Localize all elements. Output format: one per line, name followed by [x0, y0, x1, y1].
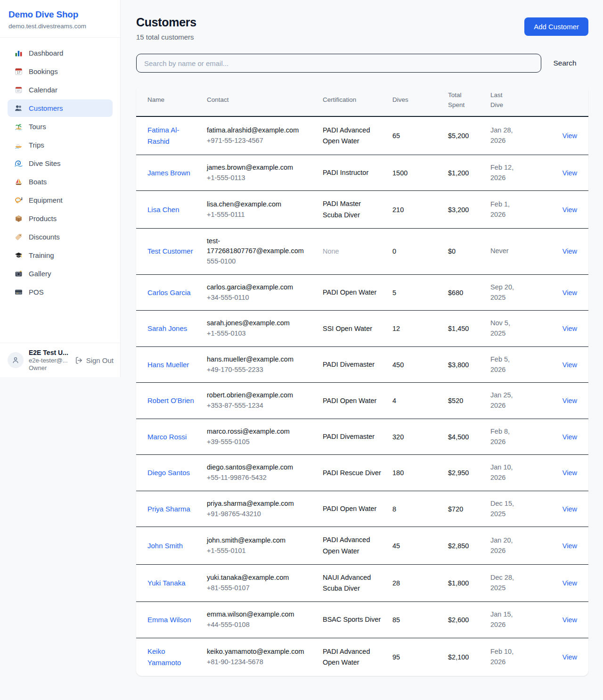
view-link[interactable]: View	[562, 169, 577, 177]
user-email: e2e-tester@...	[29, 357, 70, 364]
sailboat-icon	[14, 178, 23, 186]
table-row: Carlos Garcia carlos.garcia@example.com …	[136, 274, 588, 311]
svg-text:17: 17	[16, 71, 20, 74]
sign-out-button[interactable]: Sign Out	[75, 356, 114, 364]
wave-icon	[14, 159, 23, 167]
table-row: Yuki Tanaka yuki.tanaka@example.com +81-…	[136, 564, 588, 601]
customer-name-link[interactable]: Sarah Jones	[147, 323, 187, 334]
customer-total-spent: $1,200	[442, 155, 485, 191]
user-role: Owner	[29, 364, 70, 371]
customer-name-link[interactable]: Robert O'Brien	[147, 395, 194, 406]
sidebar-item-calendar[interactable]: Calendar	[8, 81, 113, 99]
customer-certification: PADI Open Water	[317, 491, 387, 527]
add-customer-button[interactable]: Add Customer	[524, 17, 588, 36]
customer-name-link[interactable]: John Smith	[147, 540, 183, 552]
customer-certification: BSAC Sports Diver	[317, 602, 387, 638]
sidebar-item-trips[interactable]: Trips	[8, 136, 113, 154]
customer-name-link[interactable]: Diego Santos	[147, 467, 190, 478]
sidebar-item-tours[interactable]: Tours	[8, 118, 113, 135]
customer-dives: 8	[387, 491, 442, 527]
sidebar-item-customers[interactable]: Customers	[8, 99, 113, 117]
view-link[interactable]: View	[562, 361, 577, 369]
column-header-name: Name	[136, 85, 201, 116]
customer-name-link[interactable]: Marco Rossi	[147, 431, 187, 443]
sidebar-item-boats[interactable]: Boats	[8, 173, 113, 190]
sidebar-item-gallery[interactable]: Gallery	[8, 265, 113, 282]
customer-certification: PADI Divemaster	[317, 419, 387, 455]
tag-icon	[14, 233, 23, 241]
customer-name-link[interactable]: Priya Sharma	[147, 503, 190, 515]
view-link[interactable]: View	[562, 433, 577, 441]
customer-name-link[interactable]: Hans Mueller	[147, 359, 189, 371]
customer-email: lisa.chen@example.com	[207, 199, 311, 210]
table-row: John Smith john.smith@example.com +1-555…	[136, 527, 588, 564]
credit-card-icon	[14, 288, 23, 296]
sidebar-item-discounts[interactable]: Discounts	[8, 228, 113, 246]
customer-certification: PADI Advanced Open Water	[317, 638, 387, 676]
view-link[interactable]: View	[562, 653, 577, 661]
sidebar-item-equipment[interactable]: Equipment	[8, 191, 113, 209]
view-link[interactable]: View	[562, 289, 577, 296]
customer-email: yuki.tanaka@example.com	[207, 573, 311, 583]
user-panel: E2E Test U... e2e-tester@... Owner Sign …	[0, 343, 120, 377]
customer-dives: 0	[387, 228, 442, 274]
view-link[interactable]: View	[562, 542, 577, 550]
customer-certification: PADI Divemaster	[317, 346, 387, 383]
island-icon	[14, 123, 23, 131]
camera-icon	[14, 270, 23, 278]
table-row: Emma Wilson emma.wilson@example.com +44-…	[136, 602, 588, 638]
customer-total-spent: $1,450	[442, 311, 485, 347]
customer-phone: +81-555-0107	[207, 583, 311, 593]
customer-dives: 5	[387, 274, 442, 311]
sidebar-item-bookings[interactable]: 17 Bookings	[8, 63, 113, 80]
customer-total-spent: $2,850	[442, 527, 485, 564]
sidebar-item-dashboard[interactable]: Dashboard	[8, 44, 113, 62]
view-link[interactable]: View	[562, 206, 577, 214]
customer-total-spent: $3,200	[442, 191, 485, 228]
customer-phone: +971-55-123-4567	[207, 136, 311, 146]
view-link[interactable]: View	[562, 247, 577, 255]
view-link[interactable]: View	[562, 616, 577, 624]
customer-name-link[interactable]: Lisa Chen	[147, 204, 179, 215]
customer-email: sarah.jones@example.com	[207, 318, 311, 329]
search-button[interactable]: Search	[541, 59, 588, 67]
sidebar-item-products[interactable]: Products	[8, 210, 113, 227]
customer-total-spent: $2,600	[442, 602, 485, 638]
customer-total-spent: $0	[442, 228, 485, 274]
customer-dives: 12	[387, 311, 442, 347]
table-row: Hans Mueller hans.mueller@example.com +4…	[136, 346, 588, 383]
customer-total-spent: $3,800	[442, 346, 485, 383]
customer-name-link[interactable]: Test Customer	[147, 246, 193, 257]
customer-dives: 65	[387, 116, 442, 155]
calendar-icon: 17	[14, 67, 23, 75]
customer-name-link[interactable]: Keiko Yamamoto	[147, 646, 196, 668]
graduation-cap-icon	[14, 251, 23, 259]
view-link[interactable]: View	[562, 579, 577, 587]
view-link[interactable]: View	[562, 469, 577, 477]
sidebar-nav: Dashboard 17 Bookings Calendar Customers…	[0, 38, 120, 307]
sidebar-item-pos[interactable]: POS	[8, 283, 113, 301]
sidebar-item-dive-sites[interactable]: Dive Sites	[8, 155, 113, 172]
tear-off-calendar-icon	[14, 86, 23, 94]
view-link[interactable]: View	[562, 397, 577, 404]
view-link[interactable]: View	[562, 505, 577, 513]
customer-name-link[interactable]: James Brown	[147, 167, 190, 179]
customer-certification: NAUI Advanced Scuba Diver	[317, 564, 387, 601]
customer-name-link[interactable]: Fatima Al-Rashid	[147, 124, 196, 147]
customer-certification: PADI Advanced Open Water	[317, 527, 387, 564]
search-bar: Search	[136, 54, 588, 73]
people-icon	[14, 104, 23, 112]
customer-name-link[interactable]: Yuki Tanaka	[147, 577, 186, 589]
view-link[interactable]: View	[562, 325, 577, 332]
customer-name-link[interactable]: Carlos Garcia	[147, 287, 191, 298]
table-row: Diego Santos diego.santos@example.com +5…	[136, 455, 588, 491]
column-header-certification: Certification	[317, 85, 387, 116]
shop-name: Demo Dive Shop	[8, 9, 111, 20]
search-input[interactable]	[136, 54, 541, 73]
customer-name-link[interactable]: Emma Wilson	[147, 614, 191, 626]
sidebar-item-training[interactable]: Training	[8, 247, 113, 264]
customer-phone: +353-87-555-1234	[207, 401, 311, 411]
customer-last-dive: Jan 20, 2026	[485, 527, 522, 564]
customer-last-dive: Never	[485, 228, 522, 274]
view-link[interactable]: View	[562, 132, 577, 140]
